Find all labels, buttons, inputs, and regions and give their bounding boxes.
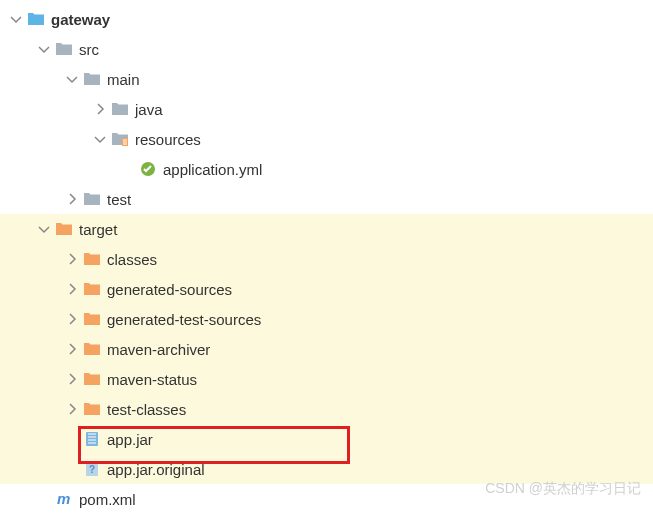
tree-item-application-yml[interactable]: application.yml <box>0 154 653 184</box>
folder-icon <box>83 280 101 298</box>
tree-label: maven-archiver <box>107 341 210 358</box>
tree-label: application.yml <box>163 161 262 178</box>
chevron-right-icon[interactable] <box>64 401 80 417</box>
tree-label: maven-status <box>107 371 197 388</box>
chevron-down-icon[interactable] <box>92 131 108 147</box>
folder-icon <box>83 250 101 268</box>
tree-label: generated-test-sources <box>107 311 261 328</box>
chevron-down-icon[interactable] <box>8 11 24 27</box>
tree-item-test[interactable]: test <box>0 184 653 214</box>
tree-item-maven-status[interactable]: maven-status <box>0 364 653 394</box>
folder-icon <box>83 190 101 208</box>
tree-item-generated-sources[interactable]: generated-sources <box>0 274 653 304</box>
folder-icon <box>83 400 101 418</box>
tree-item-resources[interactable]: resources <box>0 124 653 154</box>
tree-label: src <box>79 41 99 58</box>
folder-icon <box>55 220 73 238</box>
chevron-right-icon[interactable] <box>64 371 80 387</box>
folder-icon <box>83 70 101 88</box>
yml-file-icon <box>139 160 157 178</box>
folder-icon <box>83 340 101 358</box>
chevron-right-icon[interactable] <box>64 341 80 357</box>
tree-label: classes <box>107 251 157 268</box>
tree-label: resources <box>135 131 201 148</box>
chevron-right-icon[interactable] <box>64 311 80 327</box>
folder-icon <box>27 10 45 28</box>
unknown-file-icon <box>83 460 101 478</box>
tree-item-classes[interactable]: classes <box>0 244 653 274</box>
maven-file-icon <box>55 490 73 508</box>
tree-label: app.jar.original <box>107 461 205 478</box>
tree-label: test-classes <box>107 401 186 418</box>
tree-label: java <box>135 101 163 118</box>
tree-item-maven-archiver[interactable]: maven-archiver <box>0 334 653 364</box>
folder-icon <box>55 40 73 58</box>
tree-label: generated-sources <box>107 281 232 298</box>
tree-label: main <box>107 71 140 88</box>
chevron-right-icon[interactable] <box>92 101 108 117</box>
tree-item-generated-test-sources[interactable]: generated-test-sources <box>0 304 653 334</box>
tree-label: test <box>107 191 131 208</box>
tree-item-gateway[interactable]: gateway <box>0 4 653 34</box>
tree-label: target <box>79 221 117 238</box>
tree-item-main[interactable]: main <box>0 64 653 94</box>
watermark: CSDN @英杰的学习日记 <box>485 480 641 498</box>
resources-folder-icon <box>111 130 129 148</box>
chevron-down-icon[interactable] <box>64 71 80 87</box>
chevron-right-icon[interactable] <box>64 251 80 267</box>
folder-icon <box>83 370 101 388</box>
chevron-down-icon[interactable] <box>36 221 52 237</box>
tree-label: app.jar <box>107 431 153 448</box>
jar-file-icon <box>83 430 101 448</box>
tree-item-java[interactable]: java <box>0 94 653 124</box>
tree-item-target[interactable]: target <box>0 214 653 244</box>
tree-label: pom.xml <box>79 491 136 508</box>
chevron-right-icon[interactable] <box>64 281 80 297</box>
folder-icon <box>111 100 129 118</box>
chevron-down-icon[interactable] <box>36 41 52 57</box>
tree-item-src[interactable]: src <box>0 34 653 64</box>
tree-label: gateway <box>51 11 110 28</box>
folder-icon <box>83 310 101 328</box>
tree-item-test-classes[interactable]: test-classes <box>0 394 653 424</box>
tree-item-app-jar[interactable]: app.jar <box>0 424 653 454</box>
chevron-right-icon[interactable] <box>64 191 80 207</box>
project-tree: gateway src main java resources applicat… <box>0 0 653 516</box>
